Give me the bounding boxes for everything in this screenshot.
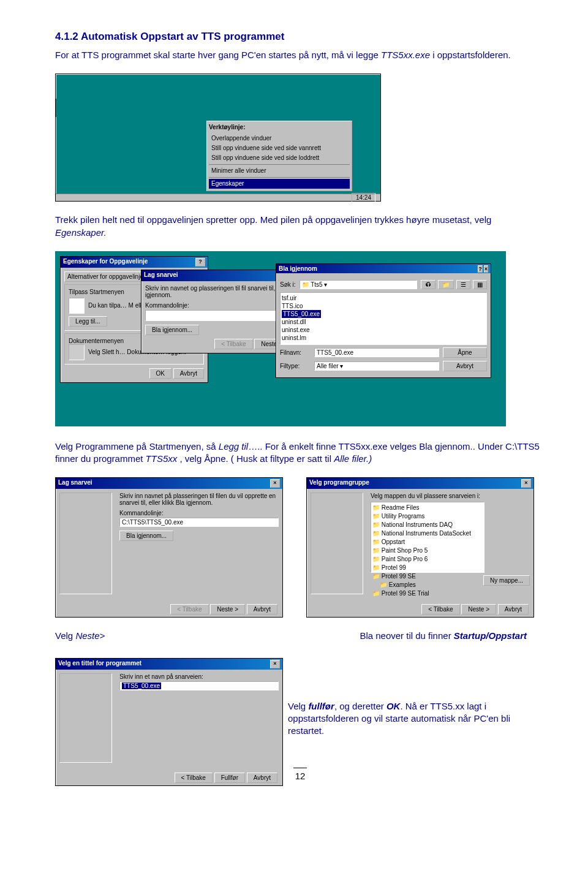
menu-title: Verktøylinje: — [209, 123, 350, 132]
list-view-icon[interactable]: ☰ — [456, 280, 470, 289]
emph: fullfør — [308, 701, 334, 711]
filetype-dropdown[interactable]: Alle filer ▾ — [314, 361, 439, 371]
new-folder-icon[interactable]: 📁 — [438, 280, 454, 289]
detail-view-icon[interactable]: ▦ — [473, 280, 487, 289]
tree-item[interactable]: 📁 National Instruments DataSocket — [372, 529, 483, 538]
cancel-button[interactable]: Avbryt — [247, 604, 277, 614]
folder-dropdown[interactable]: 📁 Tts5 ▾ — [300, 280, 417, 289]
field-label: Filnavn: — [280, 349, 311, 356]
taskbar-clock: 14:24 — [352, 193, 375, 202]
cancel-button[interactable]: Avbryt — [498, 604, 529, 614]
page-number-value: 12 — [295, 771, 306, 781]
preview-panel — [59, 673, 112, 763]
caption-right: Bla neover til du finner Startup/Oppstar… — [360, 630, 527, 642]
dialog-text: Skriv inn et navn på snarveien: — [119, 673, 279, 680]
filename-input[interactable]: TTS5_00.exe — [314, 348, 439, 357]
next-button[interactable]: Neste > — [210, 604, 245, 614]
para: Trekk pilen helt ned til oppgavelinjen s… — [55, 214, 545, 239]
intro-para: For at TTS programmet skal starte hver g… — [55, 49, 545, 61]
emph: TTS5xx — [146, 453, 178, 464]
shortcut-name-input[interactable]: TTS5_00.exe — [122, 682, 161, 689]
emph: Legg til — [219, 441, 248, 452]
close-icon[interactable]: × — [270, 479, 280, 488]
file-item[interactable]: uninst.lm — [282, 334, 485, 342]
text: Alle filer — [317, 363, 339, 369]
preview-panel — [59, 493, 112, 594]
tree-item[interactable]: 📁 Readme Files — [372, 504, 483, 512]
preview-panel — [311, 493, 363, 594]
field-label: Filtype: — [280, 363, 311, 369]
dialog-title: Velg programgruppe — [309, 479, 369, 488]
menu-item: Still opp vinduene side ved side vannret… — [209, 143, 350, 153]
back-button[interactable]: < Tilbake — [421, 604, 459, 614]
text: National Instruments DataSocket — [382, 530, 471, 537]
ok-button[interactable]: OK — [149, 368, 172, 379]
text: , velg Åpne. ( Husk at filtype er satt t… — [177, 453, 334, 464]
text: Bla neover til du finner — [360, 630, 453, 641]
tree-item[interactable]: 📁 Utility Programs — [372, 512, 483, 521]
finish-button[interactable]: Fullfør — [214, 773, 245, 783]
command-input[interactable]: C:\TTS5\TTS5_00.exe — [119, 518, 279, 527]
cancel-button[interactable]: Avbryt — [173, 368, 204, 379]
dialog-title: Lag snarvei — [58, 479, 92, 488]
menu-item-properties[interactable]: Egenskaper — [209, 179, 350, 189]
screenshot-dialogs-stack: Egenskaper for Oppgavelinje ? Alternativ… — [55, 251, 545, 428]
dialog-title: Bla igjennom — [279, 265, 317, 272]
caption-row: Velg Neste> Bla neover til du finner Sta… — [55, 630, 545, 642]
tree-item[interactable]: 📁 Protel 99 SE Trial — [372, 589, 483, 598]
menu-item: Still opp vinduene side ved side loddret… — [209, 153, 350, 163]
close-icon[interactable]: × — [270, 660, 280, 668]
emph: OK — [386, 701, 401, 711]
new-folder-button[interactable]: Ny mappe... — [483, 575, 530, 586]
text: National Instruments DAQ — [382, 521, 453, 528]
text: Velg — [288, 701, 308, 711]
caption-left: Velg Neste> — [55, 630, 105, 642]
folder-tree[interactable]: 📁 Readme Files 📁 Utility Programs 📁 Nati… — [371, 502, 484, 573]
file-item-selected[interactable]: TTS5_00.exe — [282, 310, 321, 318]
text: , og deretter — [334, 701, 386, 711]
text: Protel 99 — [382, 564, 406, 571]
text: Paint Shop Pro 6 — [382, 556, 428, 562]
help-icon[interactable]: ? — [195, 258, 205, 266]
tree-item[interactable]: 📁 Protel 99 — [372, 564, 483, 572]
file-item[interactable]: tsf.uir — [282, 294, 485, 302]
back-button[interactable]: < Tilbake — [175, 773, 213, 783]
tree-item[interactable]: 📁 Paint Shop Pro 5 — [372, 546, 483, 555]
emph: Startup/Oppstart — [454, 630, 527, 641]
screenshot-taskbar-menu: Verktøylinje: Overlappende vinduer Still… — [55, 74, 545, 202]
file-item[interactable]: TTS.ico — [282, 302, 485, 310]
tree-item-selected[interactable]: 📁 Oppstart — [372, 538, 483, 546]
text: Trekk pilen helt ned til oppgavelinjen s… — [55, 214, 491, 225]
up-folder-icon[interactable]: ⮉ — [421, 280, 435, 289]
next-button[interactable]: Neste > — [461, 604, 496, 614]
section-heading: 4.1.2 Automatisk Oppstart av TTS program… — [55, 31, 545, 43]
open-button[interactable]: Åpne — [443, 347, 487, 358]
field-label: Søk i: — [280, 281, 296, 288]
emph: Neste> — [75, 630, 105, 641]
tree-item[interactable]: 📁 National Instruments DAQ — [372, 521, 483, 529]
add-button[interactable]: Legg til... — [69, 316, 107, 327]
back-button: < Tilbake — [214, 339, 252, 349]
text: Paint Shop Pro 5 — [382, 547, 428, 554]
menu-item: Overlappende vinduer — [209, 134, 350, 143]
cancel-button[interactable]: Avbryt — [247, 773, 277, 783]
dialog-title: Lag snarvei — [144, 271, 178, 280]
cancel-button[interactable]: Avbryt — [443, 361, 487, 371]
file-item[interactable]: uninst.exe — [282, 326, 485, 334]
close-icon[interactable]: × — [484, 265, 488, 273]
text-emph: Egenskaper. — [55, 227, 107, 238]
browse-button[interactable]: Bla igjennom... — [119, 531, 173, 541]
browse-button[interactable]: Bla igjennom... — [145, 325, 199, 335]
text: Protel 99 SE Trial — [382, 590, 429, 597]
dialog-title: Velg en tittel for programmet — [58, 660, 141, 668]
file-item[interactable]: uninst.dll — [282, 318, 485, 326]
text: Utility Programs — [382, 513, 425, 520]
help-icon[interactable]: ? — [478, 265, 483, 273]
tab[interactable]: Alternativer for oppgavelinje — [64, 271, 146, 282]
text: Oppstart — [382, 539, 405, 545]
folder-name: Tts5 — [311, 281, 322, 288]
field-label: Kommandolinje: — [119, 510, 279, 516]
emph: Alle filer.) — [334, 453, 372, 464]
tree-item[interactable]: 📁 Paint Shop Pro 6 — [372, 555, 483, 564]
close-icon[interactable]: × — [521, 479, 531, 488]
